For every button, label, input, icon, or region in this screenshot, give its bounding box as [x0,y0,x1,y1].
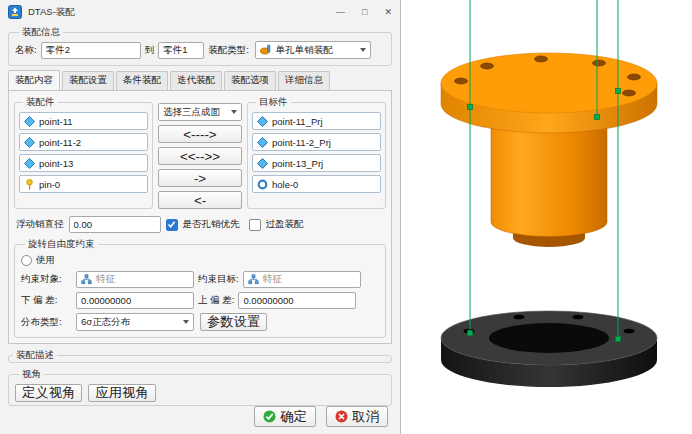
assembly-type-dropdown[interactable]: 单孔单销装配 [255,41,371,59]
tab-bar: 装配内容 装配设置 条件装配 迭代装配 装配选项 详细信息 [8,71,392,90]
ok-button[interactable]: 确定 [254,406,316,427]
assembly-items-legend: 装配件 [23,96,58,109]
assembly-type-icon [260,44,272,56]
lower-deviation-input[interactable] [76,292,194,309]
assembly-info-group: 装配信息 名称: 到 装配类型: 单孔单销装配 [8,26,392,66]
hole-pin-priority-checkbox[interactable] [166,219,178,231]
constraint-object-field[interactable]: 特征 [76,271,194,288]
parameter-settings-button[interactable]: 参数设置 [200,313,267,331]
point-icon [24,116,35,127]
window-title: DTAS-装配 [28,6,75,19]
define-view-button[interactable]: 定义视角 [15,384,82,402]
model-scene [401,0,692,434]
chevron-down-icon [360,48,366,52]
target-items-group: 目标件 point-11_Prj point-11-2_Prj point-13… [247,96,386,209]
view-angle-legend: 视角 [19,368,44,381]
hole-pin-priority-label: 是否孔销优先 [183,218,240,231]
assembly-items-group: 装配件 point-11 point-11-2 point-13 [14,96,153,209]
constraint-target-label: 约束目标: [198,273,239,286]
app-window: × DTAS-装配 — □ ✕ 装配信息 名称: 到 装配类型: [0,0,692,434]
tab-detail-info[interactable]: 详细信息 [278,71,330,90]
tab-assembly-content[interactable]: 装配内容 [8,70,60,90]
constraint-target-field[interactable]: 特征 [243,271,361,288]
tab-iterative-assembly[interactable]: 迭代装配 [170,71,222,90]
target-item-point-11-prj[interactable]: point-11_Prj [252,112,381,130]
target-part-input[interactable] [158,42,204,59]
upper-deviation-input[interactable] [238,292,356,309]
item-label: point-13 [39,158,73,169]
item-label: point-11-2 [39,137,81,148]
to-label: 到 [145,44,155,57]
distribution-type-dropdown[interactable]: 6σ正态分布 [76,313,194,331]
cancel-x-icon [335,410,348,423]
map-all-button[interactable]: <<-->> [158,147,242,165]
assembly-item-point-11-2[interactable]: point-11-2 [19,133,148,151]
feature-icon [248,274,259,285]
mapping-controls: 选择三点成面 <----> <<-->> -> <- [158,96,242,209]
three-point-plane-dropdown[interactable]: 选择三点成面 [158,103,242,121]
move-right-button[interactable]: -> [158,169,242,187]
close-button[interactable]: ✕ [384,7,392,17]
chevron-down-icon [231,110,237,114]
tab-assembly-settings[interactable]: 装配设置 [62,71,114,90]
chevron-down-icon [183,320,189,324]
item-label: point-11-2_Prj [272,137,331,148]
viewport-3d[interactable] [401,0,692,434]
distribution-type-label: 分布类型: [21,316,72,329]
map-both-button[interactable]: <----> [158,125,242,143]
point-icon [24,158,35,169]
item-label: point-13_Prj [272,158,323,169]
move-left-button[interactable]: <- [158,191,242,209]
assembly-item-point-11[interactable]: point-11 [19,112,148,130]
apply-view-button[interactable]: 应用视角 [88,384,155,402]
target-item-point-13-prj[interactable]: point-13_Prj [252,154,381,172]
name-label: 名称: [15,44,37,57]
assembly-item-point-13[interactable]: point-13 [19,154,148,172]
part-black-ring[interactable] [441,311,657,387]
pin-options-row: 浮动销直径 是否孔销优先 过盈装配 [16,216,384,233]
app-icon [8,5,22,19]
minimize-button[interactable]: — [336,7,345,17]
point-icon [257,158,268,169]
constraint-target-value: 特征 [263,273,282,286]
constraint-object-value: 特征 [96,273,115,286]
tab-assembly-options[interactable]: 装配选项 [224,71,276,90]
target-item-hole-0[interactable]: hole-0 [252,175,381,193]
item-label: pin-0 [39,179,60,190]
point-icon [24,137,35,148]
view-angle-group: 视角 定义视角 应用视角 [8,368,392,406]
point-icon [257,116,268,127]
dialog-footer: 确定 取消 [0,406,400,434]
target-item-point-11-2-prj[interactable]: point-11-2_Prj [252,133,381,151]
maximize-button[interactable]: □ [362,7,367,17]
dtas-assembly-dialog: DTAS-装配 — □ ✕ 装配信息 名称: 到 装配类型: 单孔单销装配 [0,0,401,434]
assembly-description-group[interactable]: 装配描述 [8,349,392,363]
three-point-plane-label: 选择三点成面 [163,106,220,119]
assembly-type-value: 单孔单销装配 [276,44,333,57]
floating-pin-diameter-input[interactable] [69,216,161,233]
feature-icon [81,274,92,285]
pin-icon [24,179,35,190]
cancel-button[interactable]: 取消 [326,406,388,427]
item-label: hole-0 [272,179,298,190]
floating-pin-diameter-label: 浮动销直径 [16,218,64,231]
point-icon [257,137,268,148]
use-label: 使用 [36,254,55,267]
item-label: point-11_Prj [272,116,323,127]
tab-conditional-assembly[interactable]: 条件装配 [116,71,168,90]
lower-deviation-label: 下 偏 差: [21,294,72,307]
assembly-item-pin-0[interactable]: pin-0 [19,175,148,193]
use-radio[interactable] [21,255,32,266]
interference-fit-checkbox[interactable] [249,219,261,231]
source-part-input[interactable] [41,42,141,59]
item-label: point-11 [39,116,73,127]
target-items-legend: 目标件 [256,96,291,109]
titlebar: DTAS-装配 — □ ✕ [0,0,400,24]
part-orange-bushing[interactable] [441,53,657,247]
constraint-object-label: 约束对象: [21,273,72,286]
assembly-description-legend: 装配描述 [13,349,57,362]
ok-label: 确定 [280,408,307,426]
tab-panel: 装配件 point-11 point-11-2 point-13 [8,90,392,344]
cancel-label: 取消 [352,408,379,426]
assembly-type-label: 装配类型: [208,44,249,57]
